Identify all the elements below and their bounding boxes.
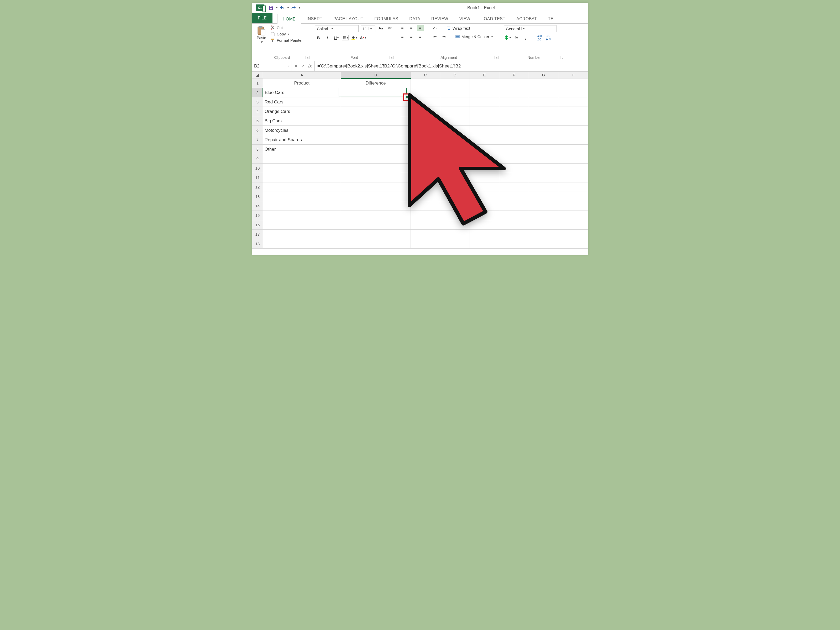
cell-H12[interactable] — [558, 182, 588, 192]
qat-redo[interactable] — [290, 4, 297, 11]
cell-B12[interactable] — [341, 182, 411, 192]
row-header-9[interactable]: 9 — [252, 154, 263, 164]
align-bottom-button[interactable]: ≡ — [417, 25, 424, 31]
cell-E8[interactable] — [470, 145, 499, 154]
qat-redo-dropdown[interactable]: ▾ — [299, 6, 300, 9]
wrap-text-button[interactable]: Wrap Text — [446, 25, 470, 31]
cell-G18[interactable] — [529, 239, 558, 249]
cancel-formula-button[interactable]: ✕ — [294, 63, 298, 69]
cell-H11[interactable] — [558, 173, 588, 182]
cell-B11[interactable] — [341, 173, 411, 182]
cell-B4[interactable] — [341, 107, 411, 116]
col-header-D[interactable]: D — [440, 72, 470, 79]
cell-A2[interactable]: Blue Cars — [263, 88, 341, 97]
font-color-button[interactable]: A▾ — [360, 35, 366, 40]
cell-F15[interactable] — [499, 211, 529, 220]
cell-D7[interactable] — [440, 135, 470, 145]
copy-button[interactable]: Copy ▾ — [270, 32, 303, 36]
paste-button[interactable]: Paste ▾ — [255, 25, 268, 44]
fill-color-button[interactable]: ▾ — [351, 35, 357, 40]
cell-F2[interactable] — [499, 88, 529, 97]
cell-B7[interactable] — [341, 135, 411, 145]
align-center-button[interactable]: ≡ — [408, 33, 415, 39]
accounting-format-button[interactable]: 💲▾ — [504, 35, 511, 40]
cell-A6[interactable]: Motorcycles — [263, 126, 341, 135]
cell-H5[interactable] — [558, 116, 588, 126]
row-header-12[interactable]: 12 — [252, 182, 263, 192]
row-header-18[interactable]: 18 — [252, 239, 263, 249]
cell-A18[interactable] — [263, 239, 341, 249]
cell-G8[interactable] — [529, 145, 558, 154]
cell-B2[interactable] — [341, 88, 411, 97]
cell-F10[interactable] — [499, 164, 529, 173]
cell-B9[interactable] — [341, 154, 411, 164]
cell-D13[interactable] — [440, 192, 470, 201]
cell-D16[interactable] — [440, 220, 470, 230]
cell-G14[interactable] — [529, 201, 558, 211]
cell-E17[interactable] — [470, 230, 499, 239]
cell-E15[interactable] — [470, 211, 499, 220]
cell-G4[interactable] — [529, 107, 558, 116]
paste-dropdown-icon[interactable]: ▾ — [261, 40, 263, 44]
cell-E1[interactable] — [470, 79, 499, 88]
cell-B14[interactable] — [341, 201, 411, 211]
row-header-1[interactable]: 1 — [252, 79, 263, 88]
cell-G16[interactable] — [529, 220, 558, 230]
row-header-3[interactable]: 3 — [252, 97, 263, 107]
number-format-dropdown[interactable]: General▾ — [504, 25, 556, 32]
name-box[interactable]: B2 ▾ — [252, 61, 291, 71]
underline-button[interactable]: U▾ — [333, 35, 339, 40]
tab-insert[interactable]: INSERT — [301, 14, 328, 24]
cell-D6[interactable] — [440, 126, 470, 135]
cell-C15[interactable] — [411, 211, 440, 220]
cell-B1[interactable]: Difference — [341, 79, 411, 88]
cell-B15[interactable] — [341, 211, 411, 220]
increase-font-button[interactable]: A▴ — [377, 25, 384, 31]
cell-B5[interactable] — [341, 116, 411, 126]
cell-G5[interactable] — [529, 116, 558, 126]
qat-undo-dropdown[interactable]: ▾ — [287, 6, 289, 9]
cell-D8[interactable] — [440, 145, 470, 154]
decrease-indent-button[interactable]: ⇤ — [431, 33, 438, 39]
cell-C5[interactable] — [411, 116, 440, 126]
tab-page-layout[interactable]: PAGE LAYOUT — [328, 14, 369, 24]
tab-home[interactable]: HOME — [277, 14, 301, 24]
cell-E7[interactable] — [470, 135, 499, 145]
cell-A17[interactable] — [263, 230, 341, 239]
cell-F14[interactable] — [499, 201, 529, 211]
row-header-13[interactable]: 13 — [252, 192, 263, 201]
cell-C4[interactable] — [411, 107, 440, 116]
cell-F18[interactable] — [499, 239, 529, 249]
cell-G15[interactable] — [529, 211, 558, 220]
cell-A15[interactable] — [263, 211, 341, 220]
row-header-14[interactable]: 14 — [252, 201, 263, 211]
cell-D11[interactable] — [440, 173, 470, 182]
alignment-launcher[interactable]: ↘ — [494, 56, 499, 59]
cell-G3[interactable] — [529, 97, 558, 107]
cell-E4[interactable] — [470, 107, 499, 116]
cell-B10[interactable] — [341, 164, 411, 173]
cell-A14[interactable] — [263, 201, 341, 211]
comma-style-button[interactable]: , — [522, 35, 529, 40]
cell-D5[interactable] — [440, 116, 470, 126]
cell-C3[interactable] — [411, 97, 440, 107]
cell-E11[interactable] — [470, 173, 499, 182]
cell-D17[interactable] — [440, 230, 470, 239]
cell-B8[interactable] — [341, 145, 411, 154]
cell-D1[interactable] — [440, 79, 470, 88]
increase-indent-button[interactable]: ⇥ — [441, 33, 447, 39]
cell-D15[interactable] — [440, 211, 470, 220]
cell-H4[interactable] — [558, 107, 588, 116]
cell-G2[interactable] — [529, 88, 558, 97]
decrease-font-button[interactable]: A▾ — [387, 25, 393, 31]
cell-F8[interactable] — [499, 145, 529, 154]
cell-F1[interactable] — [499, 79, 529, 88]
tab-data[interactable]: DATA — [404, 14, 426, 24]
cell-H2[interactable] — [558, 88, 588, 97]
cell-D4[interactable] — [440, 107, 470, 116]
worksheet-grid[interactable]: ◢ ABCDEFGH 1ProductDifference2Blue Cars3… — [252, 71, 588, 255]
cell-E13[interactable] — [470, 192, 499, 201]
cell-G17[interactable] — [529, 230, 558, 239]
cell-A9[interactable] — [263, 154, 341, 164]
italic-button[interactable]: I — [324, 35, 331, 40]
